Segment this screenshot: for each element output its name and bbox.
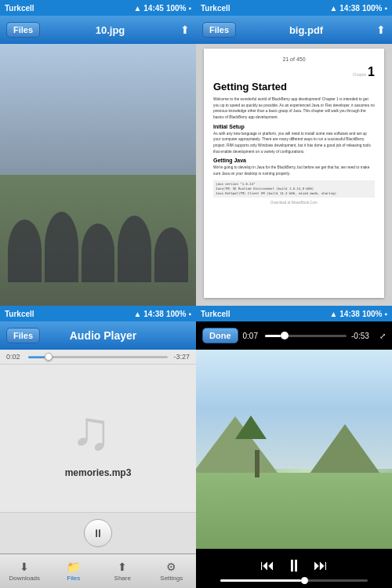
video-total-time: -0:53 (351, 332, 375, 340)
person-silhouette-2 (45, 212, 78, 282)
audio-current-time: 0:02 (6, 353, 25, 361)
audio-back-button[interactable]: Files (6, 328, 40, 343)
audio-wifi-icon: ▲ (133, 310, 141, 318)
pdf-page-number: 21 of 450 (213, 56, 375, 62)
video-player: Turkcell ▲ 14:38 100% ▪ Done 0:07 -0:53 … (196, 306, 392, 588)
audio-carrier: Turkcell (5, 310, 34, 318)
photo-share-icon[interactable]: ⬆ (180, 24, 190, 36)
video-prev-button[interactable]: ⏮ (260, 557, 274, 574)
audio-nav-bar: Files Audio Player (0, 321, 196, 350)
video-mountain-right (306, 424, 384, 479)
video-battery: 100% (362, 310, 383, 318)
video-ground (196, 473, 392, 549)
svg-text:♫: ♫ (71, 400, 112, 461)
video-tree-top (235, 416, 267, 439)
video-current-time: 0:07 (243, 332, 260, 340)
person-silhouette-4 (118, 216, 151, 282)
audio-total-time: -3:27 (171, 353, 190, 361)
video-status-bar: Turkcell ▲ 14:38 100% ▪ (196, 306, 392, 321)
pdf-body-3: We're going to develop in Java for the B… (213, 165, 375, 176)
audio-progress-fill (28, 356, 45, 358)
audio-nav-title: Audio Player (70, 329, 137, 342)
pdf-battery: 100% (362, 4, 383, 13)
audio-tab-bar: ⬇ Downloads 📁 Files ⬆ Share ⚙ Settings (0, 554, 196, 588)
pdf-time: 14:38 (339, 4, 360, 13)
photo-nav-bar: Files 10.jpg ⬆ (0, 16, 196, 44)
tab-share[interactable]: ⬆ Share (98, 554, 147, 588)
person-silhouette-1 (8, 220, 42, 282)
video-bottom-controls: ⏮ ⏸ ⏭ (196, 549, 392, 588)
settings-icon: ⚙ (166, 561, 176, 573)
photo-viewer: Turkcell ▲ 14:45 100% ▪ Files 10.jpg ⬆ (0, 0, 196, 306)
audio-time: 14:38 (143, 310, 164, 318)
video-carrier: Turkcell (201, 310, 230, 318)
audio-battery: 100% (166, 310, 187, 318)
video-wifi-icon: ▲ (329, 310, 337, 318)
video-volume-thumb[interactable] (301, 577, 308, 584)
video-display-area (196, 350, 392, 549)
pdf-chapter-label: Chapter 1 (213, 65, 375, 79)
audio-playback-controls: ⏸ (0, 512, 196, 554)
audio-seek-track[interactable] (28, 356, 168, 358)
video-next-button[interactable]: ⏭ (314, 557, 328, 574)
tab-files-label: Files (67, 575, 80, 582)
video-done-button[interactable]: Done (202, 328, 238, 343)
music-note-icon: ♫ (67, 398, 129, 461)
pdf-back-button[interactable]: Files (202, 22, 236, 38)
person-silhouette-5 (154, 227, 188, 282)
video-seek-track[interactable] (265, 335, 347, 337)
photo-battery-icon: ▪ (188, 4, 191, 13)
pdf-subheading-2: Getting Java (213, 158, 375, 163)
pdf-content: 21 of 450 Chapter 1 Getting Started Welc… (204, 49, 384, 298)
pdf-body-2: As with any new language or platform, yo… (213, 131, 375, 155)
video-progress-thumb[interactable] (281, 332, 289, 339)
tab-settings-label: Settings (160, 575, 183, 582)
audio-status-bar: Turkcell ▲ 14:38 100% ▪ (0, 306, 196, 321)
pdf-status-bar: Turkcell ▲ 14:38 100% ▪ (196, 0, 392, 16)
pdf-battery-icon: ▪ (384, 4, 387, 13)
video-volume-fill (220, 579, 301, 582)
tab-files[interactable]: 📁 Files (49, 554, 99, 588)
pdf-title: big.pdf (289, 24, 323, 36)
pdf-main-heading: Getting Started (213, 81, 375, 93)
pdf-body-1: Welcome to the wonderful world of BlackB… (213, 96, 375, 121)
person-silhouette-3 (82, 223, 115, 282)
downloads-icon: ⬇ (20, 561, 29, 573)
tab-downloads[interactable]: ⬇ Downloads (0, 554, 49, 588)
files-icon: 📁 (67, 561, 80, 573)
photo-image-area (0, 44, 196, 306)
audio-progress-thumb[interactable] (45, 353, 53, 361)
tab-share-label: Share (114, 575, 131, 582)
share-icon: ⬆ (118, 561, 127, 573)
pdf-subheading-1: Initial Setup (213, 124, 375, 129)
photo-back-button[interactable]: Files (6, 22, 40, 38)
tab-settings[interactable]: ⚙ Settings (147, 554, 197, 588)
pause-icon: ⏸ (93, 527, 103, 539)
photo-wifi-icon: ▲ (133, 4, 141, 13)
photo-battery: 100% (166, 4, 187, 13)
photo-status-bar: Turkcell ▲ 14:45 100% ▪ (0, 0, 196, 16)
video-progress-fill (265, 335, 281, 337)
pdf-viewer: Turkcell ▲ 14:38 100% ▪ Files big.pdf ⬆ … (196, 0, 392, 306)
pdf-chapter-number: 1 (368, 65, 375, 78)
pdf-page-area: 21 of 450 Chapter 1 Getting Started Welc… (196, 44, 392, 306)
pdf-footer: Download at WoweBook.Com (213, 201, 375, 205)
video-time: 14:38 (339, 310, 360, 318)
photo-simulation (0, 44, 196, 306)
tab-downloads-label: Downloads (9, 575, 40, 582)
video-media-buttons: ⏮ ⏸ ⏭ (260, 556, 328, 576)
photo-carrier: Turkcell (5, 4, 34, 13)
fullscreen-icon[interactable]: ⤢ (379, 332, 386, 340)
pdf-code-block: java version "1.6.14" Java(TM) SE Runtim… (213, 180, 375, 198)
pdf-share-icon[interactable]: ⬆ (376, 24, 386, 36)
audio-pause-button[interactable]: ⏸ (84, 519, 112, 547)
pdf-nav-bar: Files big.pdf ⬆ (196, 16, 392, 44)
video-volume-track[interactable] (220, 579, 367, 582)
pdf-wifi-icon: ▲ (329, 4, 337, 13)
audio-progress-bar[interactable]: 0:02 -3:27 (0, 350, 196, 365)
photo-title: 10.jpg (96, 24, 125, 36)
audio-player: Turkcell ▲ 14:38 100% ▪ Files Audio Play… (0, 306, 196, 588)
audio-art-area: ♫ memories.mp3 (0, 365, 196, 512)
video-battery-icon: ▪ (384, 310, 387, 318)
video-play-pause-button[interactable]: ⏸ (285, 556, 303, 576)
